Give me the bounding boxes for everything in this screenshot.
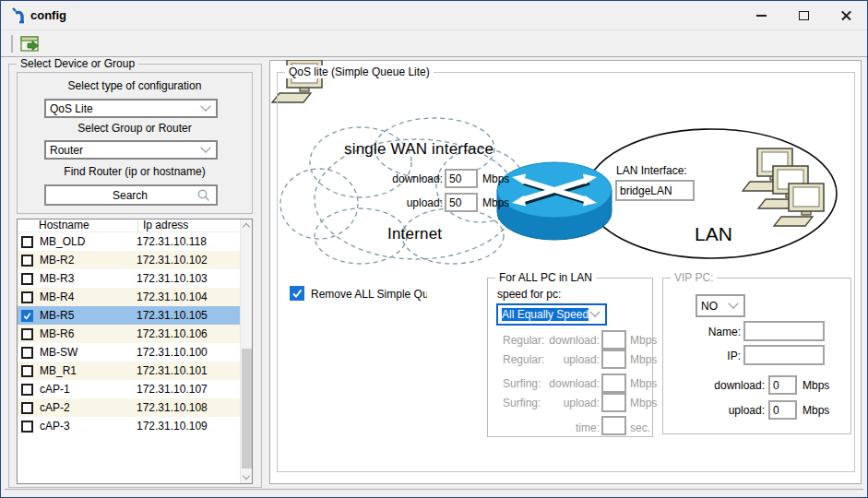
- device-checkbox[interactable]: [21, 384, 33, 396]
- internet-label: Internet: [387, 225, 442, 243]
- device-checkbox[interactable]: [21, 347, 33, 359]
- wan-upload-label: upload:: [371, 196, 443, 209]
- checkmark-icon: [23, 311, 31, 321]
- device-list-header: Hostname Ip adress: [18, 219, 252, 232]
- device-row[interactable]: MB_R1172.31.10.101: [18, 362, 240, 380]
- wan-title: single WAN interface: [344, 140, 493, 159]
- device-checkbox[interactable]: [21, 310, 33, 322]
- wan-download-label: download:: [371, 172, 443, 185]
- vip-enabled-combobox[interactable]: NO: [696, 294, 745, 317]
- device-row[interactable]: MB-R4172.31.10.104: [18, 288, 240, 306]
- device-hostname: MB-R6: [40, 327, 137, 340]
- bottom-divider: [5, 489, 863, 490]
- device-hostname: MB_R1: [40, 364, 137, 377]
- speed-row-unit: Mbps: [630, 397, 657, 409]
- device-checkbox[interactable]: [21, 402, 33, 414]
- speed-for-pc-combobox[interactable]: All Equally Speed: [496, 303, 607, 326]
- device-row[interactable]: cAP-1172.31.10.107: [18, 380, 240, 398]
- device-row[interactable]: MB-R3172.31.10.103: [18, 269, 240, 288]
- device-ip: 172.31.10.102: [137, 254, 208, 267]
- speed-row-label: upload:: [537, 353, 600, 366]
- vip-upload-input[interactable]: [768, 400, 797, 420]
- open-config-window-button[interactable]: [18, 33, 43, 55]
- checkmark-icon: [291, 288, 303, 299]
- device-ip: 172.31.10.103: [137, 272, 208, 285]
- device-checkbox[interactable]: [21, 365, 33, 377]
- device-ip: 172.31.10.107: [137, 383, 208, 396]
- device-ip: 172.31.10.108: [137, 401, 208, 414]
- speed-row-input[interactable]: [601, 350, 626, 369]
- vip-download-label: download:: [685, 379, 765, 392]
- pc-group-box: For ALL PC in LAN speed for pc: All Equa…: [487, 278, 653, 437]
- minimize-button[interactable]: [741, 1, 782, 30]
- vip-group-title: VIP PC:: [671, 271, 717, 284]
- device-checkbox[interactable]: [21, 255, 33, 267]
- speed-row-prefix: Surfing:: [503, 377, 541, 390]
- device-hostname: MB_OLD: [40, 235, 137, 248]
- device-row[interactable]: MB_OLD172.31.10.118: [18, 232, 240, 251]
- device-row[interactable]: MB-SW172.31.10.100: [18, 343, 240, 362]
- chevron-down-icon[interactable]: [243, 472, 250, 480]
- device-ip: 172.31.10.118: [137, 235, 207, 248]
- time-unit: sec.: [630, 421, 650, 434]
- lan-interface-label: LAN Interface:: [616, 164, 687, 177]
- device-ip: 172.31.10.101: [137, 364, 208, 377]
- device-list-scrollbar[interactable]: [240, 219, 252, 483]
- close-icon: [840, 9, 852, 21]
- column-hostname: Hostname: [39, 219, 89, 231]
- device-ip: 172.31.10.104: [137, 290, 208, 303]
- speed-row-input[interactable]: [601, 330, 626, 350]
- vip-download-input[interactable]: [768, 375, 797, 395]
- lan-label: LAN: [695, 223, 732, 245]
- device-hostname: MB-R3: [40, 272, 137, 285]
- device-row[interactable]: MB-R6172.31.10.106: [18, 325, 240, 343]
- speed-for-pc-value: All Equally Speed: [502, 308, 589, 321]
- speed-row-prefix: Surfing:: [503, 397, 541, 409]
- search-input[interactable]: Search: [44, 184, 218, 206]
- device-ip: 172.31.10.109: [137, 420, 208, 433]
- vip-group-box: VIP PC: NO Name: IP: download: Mbps uplo…: [662, 278, 851, 434]
- close-button[interactable]: [826, 1, 867, 30]
- group-router-combobox[interactable]: Router: [44, 140, 218, 160]
- time-label: time:: [537, 421, 600, 434]
- vip-name-input[interactable]: [743, 321, 825, 341]
- group-router-label: Select Group or Router: [17, 122, 253, 135]
- wan-upload-input[interactable]: [445, 193, 478, 212]
- chevron-down-icon: [589, 307, 600, 317]
- device-row[interactable]: cAP-3172.31.10.109: [18, 417, 240, 435]
- device-checkbox[interactable]: [21, 273, 33, 285]
- group-router-value: Router: [50, 144, 83, 157]
- device-group-title: Select Device or Group: [17, 57, 138, 70]
- toolbar-grip: [11, 35, 13, 53]
- device-hostname: MB-R5: [40, 309, 137, 322]
- device-row[interactable]: MB-R5172.31.10.105: [18, 306, 240, 325]
- device-row[interactable]: cAP-2172.31.10.108: [18, 398, 240, 417]
- vip-ip-input[interactable]: [743, 345, 825, 365]
- device-row[interactable]: MB-R2172.31.10.102: [18, 251, 240, 269]
- device-ip: 172.31.10.106: [137, 327, 208, 340]
- titlebar: config: [1, 1, 867, 30]
- device-checkbox[interactable]: [21, 236, 33, 248]
- lan-interface-input[interactable]: [615, 180, 695, 201]
- device-checkbox[interactable]: [21, 291, 33, 303]
- time-input[interactable]: [601, 416, 626, 435]
- scrollbar-thumb[interactable]: [242, 349, 252, 468]
- maximize-button[interactable]: [783, 1, 825, 30]
- device-checkbox[interactable]: [21, 421, 33, 433]
- column-ip: Ip adress: [137, 219, 188, 231]
- remove-all-checkbox[interactable]: [290, 286, 304, 301]
- speed-row-input[interactable]: [601, 374, 626, 393]
- device-checkbox[interactable]: [21, 328, 33, 340]
- speed-row-unit: Mbps: [630, 334, 657, 347]
- device-hostname: cAP-1: [40, 383, 137, 396]
- speed-row-input[interactable]: [601, 393, 626, 412]
- qos-group-title: QoS lite (Simple Queue Lite): [285, 65, 434, 78]
- search-text: Search: [100, 189, 148, 202]
- toolbar: [1, 31, 867, 57]
- speed-for-pc-label: speed for pc:: [497, 288, 561, 301]
- window-arrow-icon: [20, 36, 41, 53]
- config-type-combobox[interactable]: QoS Lite: [44, 99, 218, 118]
- wan-download-input[interactable]: [445, 169, 478, 188]
- chevron-up-icon[interactable]: [243, 223, 250, 231]
- device-hostname: MB-R4: [40, 290, 137, 303]
